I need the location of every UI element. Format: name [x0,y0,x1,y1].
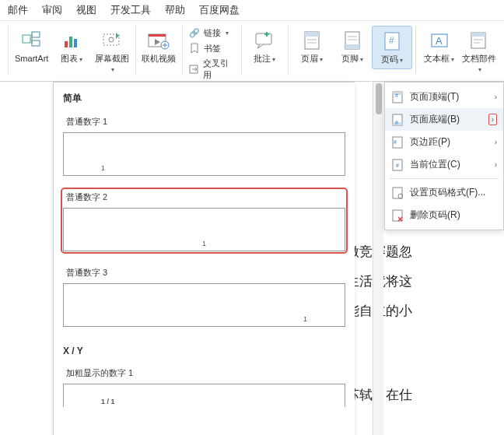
quickparts-icon [467,29,491,52]
format-icon [391,187,404,199]
menu-view[interactable]: 视图 [76,3,96,17]
svg-text:#: # [396,163,399,168]
bookmark-icon [188,42,201,54]
screenshot-button[interactable]: 屏幕截图▾ [92,26,132,78]
header-icon [300,29,324,52]
svg-text:A: A [436,35,443,47]
menu-format-pagenum[interactable]: 设置页码格式(F)... [385,181,503,204]
remove-icon [391,209,404,222]
menu-help[interactable]: 帮助 [165,3,185,17]
header-button[interactable]: 页眉▾ [292,26,332,68]
svg-rect-9 [149,34,166,37]
screenshot-icon [100,29,124,52]
svg-rect-14 [305,32,319,37]
gallery-item-plain2[interactable]: 普通数字 2 1 [63,190,345,251]
gallery-scrollbar[interactable] [373,82,383,435]
svg-rect-26 [471,33,485,37]
svg-rect-4 [69,37,72,47]
svg-rect-18 [345,44,359,49]
quickparts-button[interactable]: 文档部件▾ [459,26,499,78]
menu-page-top[interactable]: # 页面顶端(T)› [385,86,503,108]
svg-rect-3 [65,41,68,47]
svg-text:#: # [394,139,397,145]
chevron-right-icon: › [488,114,497,125]
comment-icon [253,29,276,52]
svg-text:#: # [389,35,394,46]
link-icon: 🔗 [188,26,201,39]
textbox-icon: A [428,29,451,52]
gallery-item-bold1[interactable]: 加粗显示的数字 1 1 / 1 [63,366,345,407]
menu-review[interactable]: 审阅 [42,3,62,17]
menu-dev[interactable]: 开发工具 [110,3,151,17]
svg-rect-12 [256,33,271,44]
chevron-right-icon: › [495,93,497,101]
svg-rect-1 [32,32,40,37]
current-pos-icon: # [391,159,404,171]
svg-text:#: # [395,120,398,125]
comment-button[interactable]: 批注▾ [245,26,285,68]
menu-baidu[interactable]: 百度网盘 [199,3,240,17]
menu-page-margin[interactable]: # 页边距(P)› [385,131,503,153]
page-top-icon: # [391,91,404,103]
pagenum-gallery: 简单 普通数字 1 1 普通数字 2 1 普通数字 3 1 X / Y 加粗显示… [53,82,355,435]
links-group: 🔗链接▾ 书签 交叉引用 [186,26,238,82]
menu-bar: 邮件 审阅 视图 开发工具 帮助 百度网盘 [0,0,504,21]
link-button[interactable]: 🔗链接▾ [186,26,238,40]
svg-point-7 [109,37,114,42]
gallery-item-plain1[interactable]: 普通数字 1 1 [63,114,345,176]
pagenum-menu: # 页面顶端(T)› # 页面底端(B)› # 页边距(P)› # 当前位置(C… [384,82,504,230]
chevron-right-icon: › [495,160,497,169]
svg-rect-39 [393,188,402,198]
ribbon: SmartArt 图表▾ 屏幕截图▾ 联机视频 🔗链接▾ 书签 交叉引用 批注▾… [0,21,504,82]
page-bottom-icon: # [391,114,404,126]
gallery-section-simple: 简单 [60,87,348,111]
chart-icon [60,29,83,52]
crossref-icon [188,63,200,75]
crossref-button[interactable]: 交叉引用 [186,57,238,82]
footer-button[interactable]: 页脚▾ [332,26,373,68]
online-video-button[interactable]: 联机视频 [139,26,180,67]
menu-mail[interactable]: 邮件 [8,3,28,17]
menu-remove-pagenum[interactable]: 删除页码(R) [385,204,503,226]
gallery-item-plain3[interactable]: 普通数字 3 1 [63,265,345,327]
smartart-button[interactable]: SmartArt [12,26,52,67]
smartart-icon [20,29,44,52]
svg-rect-0 [23,35,30,43]
svg-rect-2 [32,40,40,46]
textbox-button[interactable]: A 文本框▾ [419,26,460,68]
chevron-right-icon: › [495,138,497,146]
footer-icon [341,29,364,52]
bookmark-button[interactable]: 书签 [186,41,238,55]
svg-rect-5 [74,39,77,47]
chart-button[interactable]: 图表▾ [52,26,93,68]
menu-page-bottom[interactable]: # 页面底端(B)› [385,108,503,131]
gallery-section-xy: X / Y [60,341,348,363]
pagenum-button[interactable]: # 页码▾ [372,26,412,69]
svg-text:#: # [395,93,398,98]
menu-current-pos[interactable]: # 当前位置(C)› [385,153,503,176]
page-margin-icon: # [391,136,404,149]
video-icon [147,29,170,52]
pagenum-icon: # [380,30,404,53]
